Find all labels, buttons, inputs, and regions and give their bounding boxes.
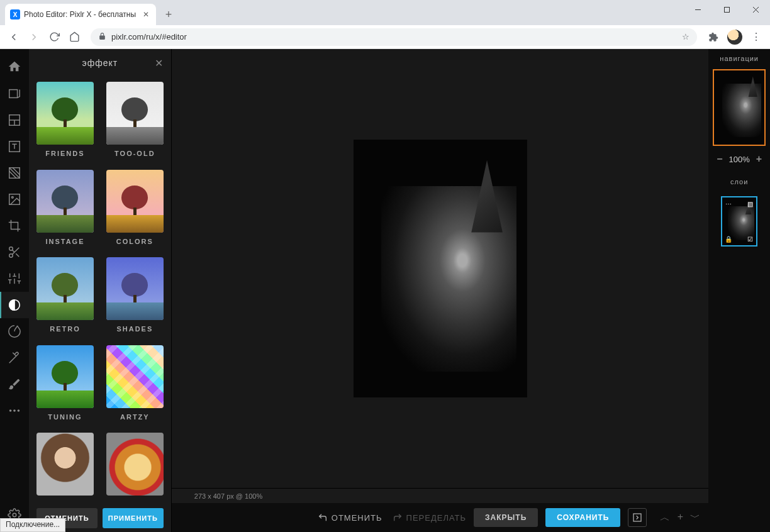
effect-thumb — [36, 170, 94, 233]
effect-item-TOO-OLD[interactable]: TOO-OLD — [106, 82, 164, 161]
tool-more[interactable] — [0, 397, 29, 424]
canvas-area: 273 x 407 px @ 100% ОТМЕНИТЬ ПЕРЕДЕЛАТЬ … — [172, 49, 709, 532]
layer-down-icon[interactable]: ﹀ — [689, 511, 701, 524]
effect-item-TUNING[interactable]: TUNING — [36, 345, 94, 424]
browser-tab[interactable]: X Photo Editor: Pixlr X - бесплатны ✕ — [5, 4, 156, 25]
expand-button[interactable] — [628, 508, 647, 527]
layer-image-icon: ▧ — [745, 199, 754, 208]
tool-fill[interactable] — [0, 160, 29, 186]
tool-home[interactable] — [0, 53, 29, 80]
tool-crop[interactable] — [0, 213, 29, 239]
browser-toolbar: pixlr.com/ru/x/#editor ☆ ⋮ — [0, 25, 770, 49]
svg-point-30 — [13, 513, 16, 517]
history-controls: ОТМЕНИТЬ ПЕРЕДЕЛАТЬ — [318, 513, 466, 523]
save-button[interactable]: СОХРАНИТЬ — [545, 508, 620, 527]
layer-thumbnail[interactable]: ⋯▧ 🔒☑ — [721, 196, 757, 247]
effect-thumb — [36, 433, 94, 496]
effect-item-8[interactable] — [36, 433, 94, 499]
effect-thumb — [106, 345, 164, 408]
maximize-button[interactable] — [712, 0, 741, 19]
close-window-button[interactable] — [741, 0, 770, 19]
svg-rect-31 — [633, 514, 641, 521]
bottom-action-bar: ОТМЕНИТЬ ПЕРЕДЕЛАТЬ ЗАКРЫТЬ СОХРАНИТЬ ︿ … — [172, 503, 709, 532]
layer-menu-icon[interactable]: ⋯ — [724, 199, 733, 208]
effect-thumb — [36, 345, 94, 408]
tool-liquify[interactable] — [0, 318, 29, 345]
tool-filter[interactable] — [0, 292, 29, 318]
effects-grid: FRIENDSTOO-OLDINSTAGECOLORSRETROSHADESTU… — [29, 77, 171, 504]
tool-heal[interactable] — [0, 345, 29, 371]
chrome-menu-button[interactable]: ⋮ — [747, 28, 765, 46]
effect-item-COLORS[interactable]: COLORS — [106, 170, 164, 249]
tab-close-button[interactable]: ✕ — [141, 9, 151, 19]
tab-title: Photo Editor: Pixlr X - бесплатны — [24, 10, 137, 19]
effect-thumb — [106, 257, 164, 320]
profile-avatar[interactable] — [727, 30, 742, 45]
home-button[interactable] — [65, 28, 83, 46]
right-panel: навигации − 100% + слои ⋯▧ 🔒☑ — [708, 49, 770, 532]
effect-item-9[interactable] — [106, 433, 164, 499]
lock-icon — [98, 32, 106, 42]
tool-text[interactable] — [0, 133, 29, 160]
panel-title: эффект — [82, 58, 118, 68]
svg-line-16 — [12, 250, 14, 252]
bookmark-star-icon[interactable]: ☆ — [682, 32, 689, 42]
svg-point-12 — [9, 247, 13, 251]
svg-line-15 — [16, 253, 19, 257]
effects-apply-button[interactable]: ПРИМЕНИТЬ — [103, 508, 164, 528]
effect-thumb — [106, 170, 164, 233]
layer-up-icon[interactable]: ︿ — [659, 511, 671, 524]
browser-tab-strip: X Photo Editor: Pixlr X - бесплатны ✕ + — [0, 0, 770, 25]
effect-item-RETRO[interactable]: RETRO — [36, 257, 94, 336]
effects-panel: эффект ✕ FRIENDSTOO-OLDINSTAGECOLORSRETR… — [29, 49, 172, 532]
window-controls — [683, 0, 770, 25]
effect-thumb — [36, 257, 94, 320]
effect-label: ARTZY — [120, 413, 150, 421]
minimize-button[interactable] — [683, 0, 712, 19]
zoom-out-button[interactable]: − — [717, 153, 722, 165]
tool-layout[interactable] — [0, 107, 29, 133]
close-button[interactable]: ЗАКРЫТЬ — [474, 508, 538, 527]
reload-button[interactable] — [45, 28, 63, 46]
new-tab-button[interactable]: + — [160, 6, 177, 23]
extensions-button[interactable] — [705, 28, 722, 46]
effect-label: TUNING — [48, 413, 82, 421]
effect-item-ARTZY[interactable]: ARTZY — [106, 345, 164, 424]
tool-draw[interactable] — [0, 371, 29, 397]
layer-lock-icon[interactable]: 🔒 — [724, 235, 733, 243]
effect-label: RETRO — [50, 325, 81, 333]
zoom-in-button[interactable]: + — [756, 153, 762, 165]
back-button[interactable] — [5, 28, 23, 46]
undo-button[interactable]: ОТМЕНИТЬ — [318, 513, 382, 523]
tool-adjust[interactable] — [0, 265, 29, 292]
app-root: эффект ✕ FRIENDSTOO-OLDINSTAGECOLORSRETR… — [0, 49, 770, 532]
tab-favicon: X — [10, 9, 20, 19]
tool-cut[interactable] — [0, 239, 29, 265]
canvas-status-bar: 273 x 407 px @ 100% — [172, 488, 709, 503]
effect-label: COLORS — [116, 238, 153, 245]
layer-add-icon[interactable]: + — [674, 511, 686, 524]
redo-button[interactable]: ПЕРЕДЕЛАТЬ — [393, 513, 467, 523]
effect-item-INSTAGE[interactable]: INSTAGE — [36, 170, 94, 249]
panel-close-button[interactable]: ✕ — [155, 57, 164, 69]
address-bar[interactable]: pixlr.com/ru/x/#editor ☆ — [91, 28, 697, 46]
tool-image[interactable] — [0, 186, 29, 213]
svg-point-11 — [11, 196, 13, 198]
zoom-controls: − 100% + — [717, 153, 762, 165]
svg-rect-1 — [724, 7, 729, 12]
canvas-viewport[interactable] — [172, 49, 709, 488]
navigator-thumbnail[interactable] — [713, 69, 766, 146]
effect-label: FRIENDS — [45, 150, 84, 157]
effect-thumb — [106, 82, 164, 145]
forward-button[interactable] — [25, 28, 43, 46]
navigator-title: навигации — [720, 49, 759, 68]
layer-visible-icon[interactable]: ☑ — [745, 235, 754, 243]
tool-sidebar — [0, 49, 29, 532]
effect-label: SHADES — [116, 325, 153, 333]
effect-label: INSTAGE — [45, 238, 84, 245]
effect-item-FRIENDS[interactable]: FRIENDS — [36, 82, 94, 161]
svg-point-29 — [18, 409, 20, 412]
browser-status-bar: Подключение... — [0, 518, 65, 532]
effect-item-SHADES[interactable]: SHADES — [106, 257, 164, 336]
tool-arrange[interactable] — [0, 80, 29, 107]
